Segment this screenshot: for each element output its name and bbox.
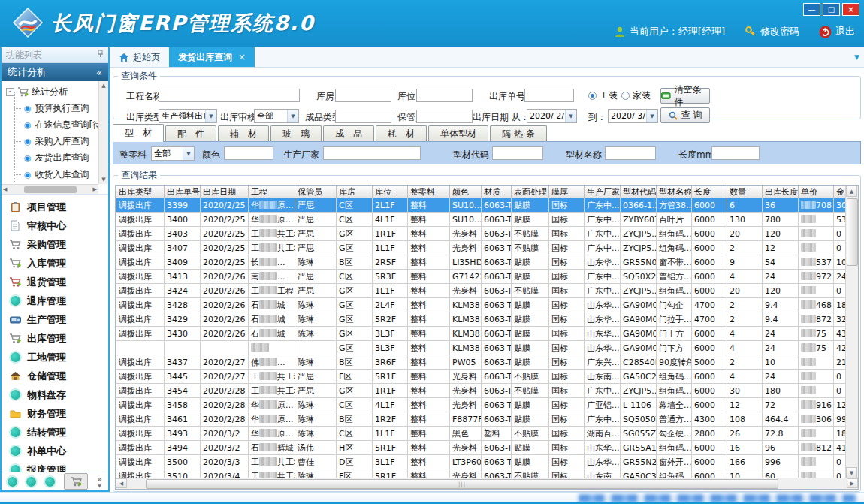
radio-jiazhuang[interactable]: 家装 — [621, 89, 651, 102]
material-tab-5[interactable]: 成 品 — [323, 125, 374, 142]
table-vertical-scrollbar[interactable]: ▲ ▼ — [845, 186, 858, 478]
sidebar-group-退货管理[interactable]: 退货管理 — [2, 273, 108, 291]
whole-piece-select[interactable]: 全部▼ — [151, 146, 195, 161]
length-input[interactable] — [711, 146, 760, 160]
close-button[interactable]: × — [842, 3, 859, 16]
section-header-statistics[interactable]: 统计分析 « — [2, 63, 108, 81]
table-row[interactable]: 调拨出库34072020/2/25工共工程严思G区1L1F整料光身料6063-T… — [116, 241, 849, 255]
column-header-name[interactable]: 型材名称 — [657, 186, 692, 198]
column-header-film[interactable]: 膜厚 — [549, 186, 585, 198]
radio-gongzhuang[interactable]: 工装 — [588, 89, 618, 102]
product-type-input[interactable] — [335, 110, 391, 123]
material-tab-1[interactable]: 型 材 — [113, 124, 164, 142]
sidebar-group-采购管理[interactable]: 采购管理 — [2, 235, 108, 254]
tree-item[interactable]: ◉在途信息查询[待 — [6, 116, 98, 133]
material-tab-7[interactable]: 单体型材 — [428, 125, 488, 142]
table-row[interactable]: 调拨出库35002020/3/3工共工程曹佳D区3L1F整料LT3P606063… — [116, 455, 849, 469]
material-tab-6[interactable]: 耗 材 — [376, 125, 427, 142]
pin-icon[interactable] — [97, 50, 104, 60]
minimize-button[interactable]: — — [803, 3, 820, 16]
table-row[interactable]: 调拨出库34932020/3/2华原...陈琳C区1L1F整料黑色塑料不贴膜国标… — [116, 427, 849, 441]
manufacturer-input[interactable] — [323, 146, 421, 160]
cart-module-button[interactable] — [64, 473, 88, 490]
sidebar-group-工地管理[interactable]: 工地管理 — [2, 348, 108, 367]
profile-code-input[interactable] — [492, 146, 543, 160]
tree-item[interactable]: ◉预算执行查询 — [6, 100, 98, 116]
search-button[interactable]: 查 询 — [660, 107, 710, 123]
tree-vertical-scrollbar[interactable]: ▲ ▼ — [98, 81, 108, 184]
table-horizontal-scrollbar[interactable]: ◀ ||| ▶ — [116, 478, 858, 489]
clear-conditions-button[interactable]: 清空条件 — [660, 88, 710, 104]
maximize-button[interactable]: □ — [823, 3, 840, 16]
keeper-input[interactable] — [416, 110, 473, 123]
tab-shipment-outbound-query[interactable]: 发货出库查询 × — [169, 47, 255, 67]
column-header-loc[interactable]: 库位 — [373, 186, 408, 198]
tree-root[interactable]: - 统计分析 — [6, 83, 98, 100]
change-password-button[interactable]: 修改密码 — [745, 25, 799, 38]
profile-name-input[interactable] — [605, 146, 656, 160]
scroll-left-icon[interactable]: ◀ — [3, 186, 7, 192]
chevron-down-icon[interactable]: ▼ — [854, 53, 859, 61]
table-row[interactable]: 调拨出库34612020/2/28华原...陈琳B区1R2F整料F8877FT6… — [116, 412, 849, 427]
tab-home[interactable]: 起始页 — [110, 48, 169, 67]
scroll-down-icon[interactable]: ▼ — [846, 467, 857, 478]
sidebar-group-项目管理[interactable]: 项目管理 — [2, 198, 108, 216]
scroll-left-icon[interactable]: ◀ — [116, 478, 127, 488]
column-header-date[interactable]: 出库日期 — [201, 186, 249, 198]
table-row[interactable]: 调拨出库34542020/2/28工共工程严思G区1R1F整料光身料6063-T… — [116, 384, 849, 398]
tree-item[interactable]: ◉采购入库查询 — [6, 133, 98, 149]
material-tab-2[interactable]: 配 件 — [165, 125, 216, 142]
date-from-picker[interactable]: 2020/ 2/16▼ — [527, 109, 577, 123]
sidebar-group-退库管理[interactable]: 退库管理 — [2, 291, 108, 310]
table-row[interactable]: 调拨出库34302020/2/26石城陈琳G区3L3F整料KLM38176063… — [116, 327, 849, 341]
column-header-wh[interactable]: 库房 — [337, 186, 373, 198]
table-row[interactable]: G区3L3F整料KLM38176063-T5贴膜国标山东华...GA90M09.… — [116, 341, 849, 355]
table-row[interactable]: 调拨出库34132020/2/26南...严思C区5R3F整料G71422606… — [116, 270, 849, 284]
outbound-audit-select[interactable]: 全部▼ — [254, 109, 299, 123]
tree-item[interactable]: ◉发货出库查询 — [6, 149, 98, 166]
column-header-whole[interactable]: 整零料 — [408, 186, 450, 198]
scroll-down-icon[interactable]: ▼ — [101, 177, 105, 183]
column-header-keeper[interactable]: 保管员 — [295, 186, 337, 198]
table-row[interactable]: 调拨出库34292020/2/26石城陈琳G区5R2F整料KLM38176063… — [116, 312, 849, 327]
color-input[interactable] — [224, 146, 273, 160]
warehouse-input[interactable] — [335, 89, 391, 102]
column-header-qty[interactable]: 数量 — [727, 186, 763, 198]
column-header-no[interactable]: 出库单号 — [165, 186, 201, 198]
module-dot-icon[interactable] — [26, 477, 36, 487]
table-row[interactable]: 调拨出库34032020/2/25工共工程严思G区1R1F整料光身料6063-T… — [116, 227, 849, 241]
scroll-right-icon[interactable]: ▶ — [847, 478, 858, 488]
table-row[interactable]: 调拨出库34002020/2/25华原...严思C区4L1F整料SU10...6… — [116, 213, 849, 227]
column-header-type[interactable]: 出库类型 — [116, 186, 165, 198]
sidebar-group-财务管理[interactable]: 财务管理 — [2, 404, 108, 423]
sidebar-group-仓储管理[interactable]: 仓储管理 — [2, 367, 108, 385]
module-dot-icon[interactable] — [45, 477, 55, 487]
sidebar-group-结转管理[interactable]: 结转管理 — [2, 423, 108, 442]
scroll-up-icon[interactable]: ▲ — [846, 186, 857, 197]
logout-button[interactable]: 退出 — [819, 25, 855, 38]
location-input[interactable] — [416, 89, 473, 102]
column-header-price[interactable]: 单价 — [799, 186, 834, 198]
module-dot-icon[interactable] — [8, 477, 17, 487]
tree-horizontal-scrollbar[interactable]: ◀ ▶ — [2, 184, 98, 194]
sidebar-group-审核中心[interactable]: 审核中心 — [2, 216, 108, 235]
project-name-input[interactable] — [159, 89, 300, 102]
tree-item[interactable]: ◉收货入库查询 — [6, 166, 98, 183]
collapse-icon[interactable]: « — [96, 67, 102, 78]
table-row[interactable]: 调拨出库34942020/3/2石辉城汤伟H区5R1F整料光身料6063-T5贴… — [116, 441, 849, 455]
scroll-thumb[interactable]: ||| — [146, 479, 778, 489]
scroll-right-icon[interactable]: ▶ — [93, 186, 97, 192]
column-header-color[interactable]: 颜色 — [450, 186, 482, 198]
column-header-len[interactable]: 长度 — [692, 186, 727, 198]
column-header-proj[interactable]: 工程 — [249, 186, 295, 198]
column-header-surf[interactable]: 表面处理 — [512, 186, 549, 198]
sidebar-group-补单中心[interactable]: 补单中心 — [2, 442, 108, 460]
more-modules-button[interactable]: » ▼ — [97, 475, 102, 488]
date-to-picker[interactable]: 2020/ 3/16▼ — [608, 109, 658, 123]
sidebar-group-报废管理[interactable]: 报废管理 — [2, 460, 108, 472]
sidebar-group-入库管理[interactable]: 入库管理 — [2, 254, 108, 273]
table-row[interactable]: 调拨出库34282020/2/26石城陈琳G区2L4F整料KLM38176063… — [116, 298, 849, 312]
material-tab-3[interactable]: 辅 材 — [218, 125, 269, 142]
outbound-type-select[interactable]: 生产领料出库▼ — [159, 109, 217, 123]
table-row[interactable]: 调拨出库34452020/2/27工共工程严思F区5R1F整料光身料6063-T… — [116, 370, 849, 384]
